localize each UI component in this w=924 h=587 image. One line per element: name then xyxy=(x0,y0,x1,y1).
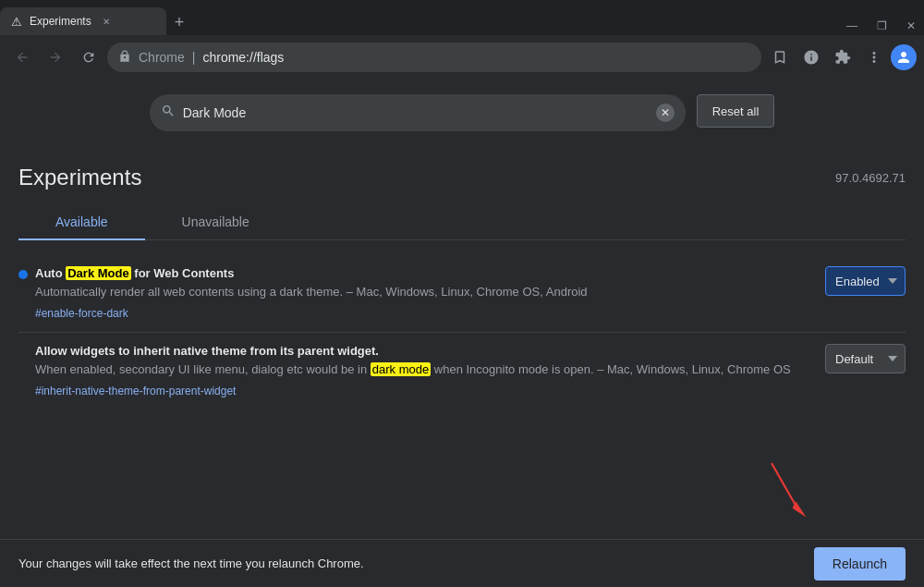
address-path: chrome://flags xyxy=(202,50,284,65)
bottom-bar: Your changes will take effect the next t… xyxy=(0,539,924,587)
extensions-button[interactable] xyxy=(828,43,857,72)
flag-row-1: Auto Dark Mode for Web Contents Automati… xyxy=(18,266,906,321)
more-menu-button[interactable] xyxy=(859,43,889,72)
tab-search-button[interactable] xyxy=(796,43,826,72)
new-tab-button[interactable]: + xyxy=(166,9,192,35)
window-controls: — ❐ ✕ xyxy=(839,17,924,35)
lock-icon xyxy=(118,50,131,66)
forward-button[interactable] xyxy=(41,43,70,72)
address-bar[interactable]: Chrome | chrome://flags xyxy=(107,43,761,72)
flag-control-2: Default Enabled Disabled xyxy=(825,344,906,373)
flag-control-1: Default Enabled Disabled xyxy=(825,266,906,296)
flag-title-2: Allow widgets to inherit native theme fr… xyxy=(35,344,818,358)
flag-link-1[interactable]: #enable-force-dark xyxy=(35,307,128,320)
back-button[interactable] xyxy=(7,43,37,72)
search-bar: ✕ xyxy=(150,94,686,131)
flag-desc-1: Automatically render all web contents us… xyxy=(35,284,818,300)
version-text: 97.0.4692.71 xyxy=(835,171,906,185)
flag-row-2: Allow widgets to inherit native theme fr… xyxy=(18,344,906,398)
tab-divider xyxy=(286,205,906,239)
tab-unavailable[interactable]: Unavailable xyxy=(145,205,286,240)
flag-content-1: Auto Dark Mode for Web Contents Automati… xyxy=(35,266,818,321)
flag-content-2: Allow widgets to inherit native theme fr… xyxy=(18,344,818,398)
flag-title-1: Auto Dark Mode for Web Contents xyxy=(35,266,818,280)
reset-all-button[interactable]: Reset all xyxy=(697,94,775,128)
address-separator: | xyxy=(192,50,196,65)
flag-title-suffix: for Web Contents xyxy=(131,266,235,280)
restore-button[interactable]: ❐ xyxy=(869,17,894,35)
bottom-message: Your changes will take effect the next t… xyxy=(18,556,814,570)
flag-desc-2: When enabled, secondary UI like menu, di… xyxy=(35,361,818,378)
flag-title-highlight: Dark Mode xyxy=(66,266,130,280)
flag-select-1[interactable]: Default Enabled Disabled xyxy=(825,266,906,296)
address-origin: Chrome xyxy=(139,50,185,65)
relaunch-button[interactable]: Relaunch xyxy=(814,547,906,581)
search-area: ✕ Reset all xyxy=(0,79,924,146)
tab-bar: ⚠ Experiments ✕ + — ❐ ✕ xyxy=(0,0,924,35)
bookmark-button[interactable] xyxy=(765,43,795,72)
active-tab[interactable]: ⚠ Experiments ✕ xyxy=(0,7,166,35)
tab-available[interactable]: Available xyxy=(18,205,145,240)
tab-favicon: ⚠ xyxy=(11,15,22,29)
flag-item-2: Allow widgets to inherit native theme fr… xyxy=(18,333,906,410)
search-icon xyxy=(161,104,176,122)
reload-button[interactable] xyxy=(74,43,103,72)
flag-desc-prefix: When enabled, secondary UI like menu, di… xyxy=(35,362,371,376)
flag-item-1: Auto Dark Mode for Web Contents Automati… xyxy=(18,255,906,333)
tab-close-button[interactable]: ✕ xyxy=(99,14,114,29)
flag-desc-suffix: when Incognito mode is open. – Mac, Wind… xyxy=(431,362,790,376)
search-input[interactable] xyxy=(183,105,649,120)
tab-title: Experiments xyxy=(30,15,91,28)
experiments-header: Experiments 97.0.4692.71 xyxy=(18,146,906,190)
flag-select-2[interactable]: Default Enabled Disabled xyxy=(825,344,906,373)
flag-desc-highlight: dark mode xyxy=(371,362,431,376)
tabs-container: Available Unavailable xyxy=(18,205,906,240)
main-content: Experiments 97.0.4692.71 Available Unava… xyxy=(0,146,924,539)
nav-right-icons xyxy=(765,43,917,72)
flag-title-prefix: Auto xyxy=(35,266,66,280)
page-title: Experiments xyxy=(18,165,141,190)
profile-avatar[interactable] xyxy=(891,44,917,70)
minimize-button[interactable]: — xyxy=(839,17,865,35)
flag-link-2[interactable]: #inherit-native-theme-from-parent-widget xyxy=(35,385,236,397)
flags-list: Auto Dark Mode for Web Contents Automati… xyxy=(18,240,906,424)
close-button[interactable]: ✕ xyxy=(898,17,924,35)
navigation-bar: Chrome | chrome://flags xyxy=(0,35,924,79)
flag-enabled-indicator xyxy=(18,270,28,279)
search-clear-button[interactable]: ✕ xyxy=(656,104,675,122)
